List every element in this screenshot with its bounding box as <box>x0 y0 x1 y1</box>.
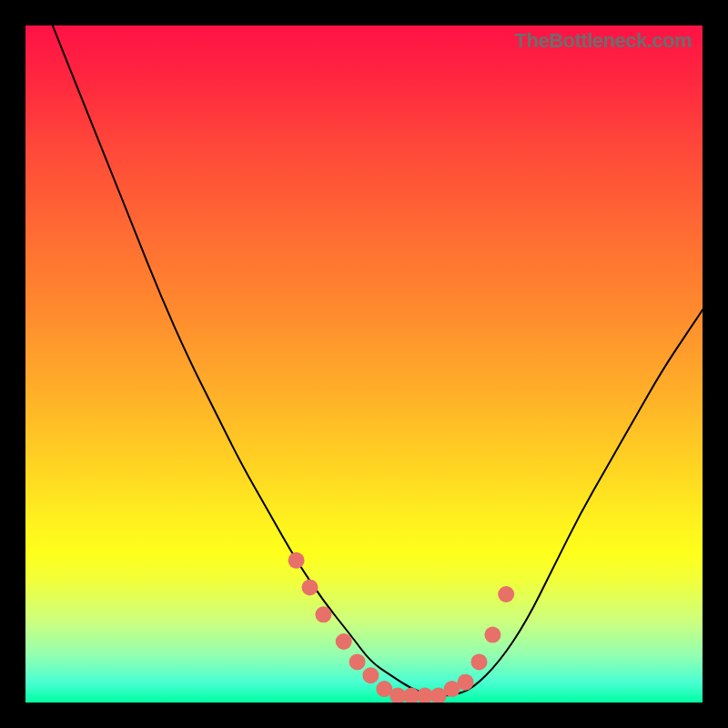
bottleneck-curve <box>53 25 703 696</box>
curve-marker <box>349 653 366 670</box>
curve-marker <box>288 552 305 569</box>
curve-marker <box>471 653 488 670</box>
watermark-text: TheBottleneck.com <box>515 29 692 53</box>
chart-svg <box>25 25 703 703</box>
curve-marker <box>458 674 474 691</box>
curve-marker <box>302 580 318 596</box>
curve-marker <box>498 586 514 602</box>
curve-marker <box>336 633 352 650</box>
curve-marker <box>484 627 500 643</box>
curve-marker <box>315 606 331 622</box>
curve-marker <box>362 667 379 683</box>
plot-area: TheBottleneck.com <box>25 25 703 703</box>
chart-container: TheBottleneck.com <box>0 0 728 728</box>
